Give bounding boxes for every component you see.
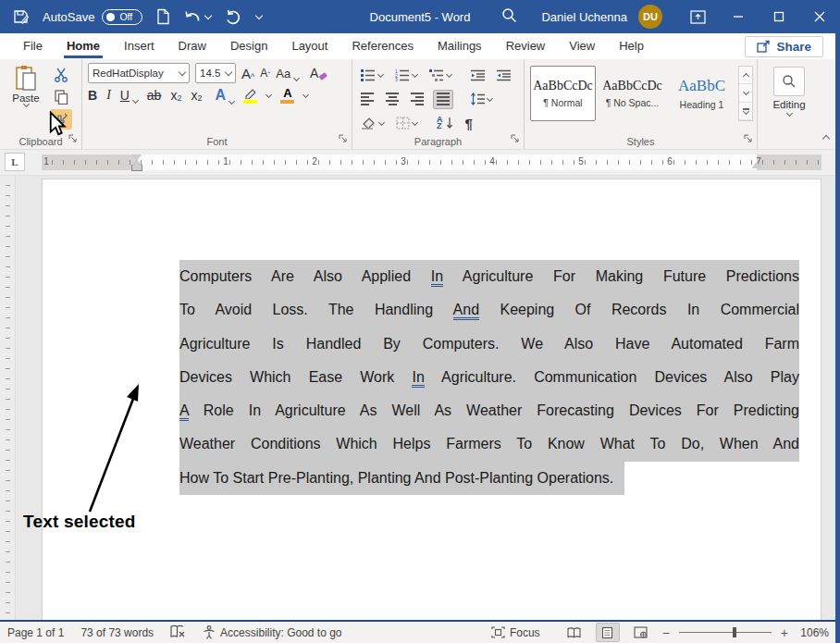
highlight-color-button[interactable] [243,88,257,104]
share-button[interactable]: Share [745,36,823,57]
text-effects-button[interactable]: A [215,87,234,104]
vertical-ruler[interactable] [0,176,16,622]
avatar[interactable]: DU [638,5,662,29]
style-heading-1[interactable]: AaBbCHeading 1 [669,66,735,121]
document-line-5[interactable]: A Role In Agriculture As Well As Weather… [179,394,799,427]
paste-button[interactable]: Paste [6,63,46,130]
font-name-combo[interactable]: RedHatDisplay [88,63,190,83]
styles-scroll-up-icon[interactable] [739,67,752,84]
zoom-slider-thumb[interactable] [733,627,736,637]
collapse-ribbon-icon[interactable] [823,129,829,145]
grow-font-button[interactable]: A^ [241,66,254,81]
indent-marker-left[interactable] [132,155,142,170]
show-hide-marks-button[interactable]: ¶ [463,114,476,133]
copy-button[interactable] [50,87,72,107]
save-icon[interactable] [13,8,30,25]
tab-view[interactable]: View [557,34,607,58]
tab-layout[interactable]: Layout [279,34,340,58]
document-line-3[interactable]: Agriculture Is Handled By Computers. We … [179,328,799,361]
document-line-2[interactable]: To Avoid Loss. The Handling And Keeping … [179,293,799,327]
print-layout-button[interactable] [596,623,620,642]
zoom-out-button[interactable]: − [662,625,670,640]
minimize-button[interactable] [718,0,759,33]
paragraph-dialog-launcher[interactable] [511,130,520,147]
read-mode-button[interactable] [562,623,587,642]
tab-review[interactable]: Review [494,34,558,58]
change-case-button[interactable]: Aa [276,66,299,80]
document-line-7[interactable]: How To Start Pre-Planting, Planting And … [179,462,799,495]
document-page[interactable]: Computers Are Also Applied In Agricultur… [42,179,821,622]
tab-selector[interactable]: L [5,153,25,171]
tab-insert[interactable]: Insert [112,34,167,58]
cut-button[interactable] [50,65,72,85]
font-color-chevron-icon[interactable] [303,91,309,97]
line-spacing-button[interactable] [467,90,495,109]
align-right-button[interactable] [408,90,426,109]
clear-formatting-button[interactable]: A [310,66,327,80]
borders-button[interactable] [393,114,420,133]
autosave-switch[interactable]: Off [102,9,142,25]
editing-button[interactable]: Editing [763,63,815,116]
underline-chevron-icon[interactable] [132,97,139,104]
maximize-button[interactable] [759,0,799,33]
align-left-button[interactable] [358,90,377,109]
strikethrough-button[interactable]: ab [147,88,162,103]
bullets-button[interactable] [358,66,386,85]
font-dialog-launcher[interactable] [339,130,348,147]
tab-mailings[interactable]: Mailings [426,34,494,58]
styles-more-icon[interactable] [739,103,752,120]
indent-marker-right[interactable] [752,162,761,168]
clipboard-dialog-launcher[interactable] [68,130,78,147]
undo-button[interactable] [183,8,211,25]
document-line-6[interactable]: Weather Conditions Which Helps Farmers T… [179,427,799,461]
new-document-icon[interactable] [155,8,170,25]
superscript-button[interactable]: x2 [191,88,202,103]
document-line-4[interactable]: Devices Which Ease Work In Agriculture. … [179,361,799,394]
tab-file[interactable]: File [11,34,55,58]
focus-button[interactable]: Focus [491,626,540,639]
document-line-1[interactable]: Computers Are Also Applied In Agricultur… [179,260,799,293]
highlight-chevron-icon[interactable] [266,91,272,97]
subscript-button[interactable]: x2 [170,88,181,103]
close-button[interactable] [799,0,840,33]
zoom-in-button[interactable]: + [781,625,788,640]
proofing-icon[interactable] [170,624,186,641]
shrink-font-button[interactable]: Aˇ [260,67,270,80]
redo-button[interactable] [224,8,241,25]
word-count[interactable]: 73 of 73 words [80,626,154,639]
align-center-button[interactable] [383,90,401,109]
tab-design[interactable]: Design [218,34,279,58]
bold-button[interactable]: B [88,88,97,103]
styles-dialog-launcher[interactable] [744,130,753,147]
autosave-toggle[interactable]: AutoSave Off [43,9,142,25]
styles-scroll-down-icon[interactable] [739,84,752,102]
tab-draw[interactable]: Draw [167,34,218,58]
document-text[interactable]: Computers Are Also Applied In Agricultur… [179,260,799,495]
multilevel-list-button[interactable] [426,66,454,85]
style--no-spac-[interactable]: AaBbCcDc¶ No Spac... [599,66,665,121]
font-size-combo[interactable]: 14.5 [195,63,236,83]
zoom-level[interactable]: 106% [797,626,829,639]
tab-home[interactable]: Home [55,34,112,58]
accessibility-status[interactable]: Accessibility: Good to go [203,625,341,639]
search-icon[interactable] [477,7,541,26]
zoom-slider[interactable] [679,632,772,633]
sort-button[interactable]: AZ [434,114,456,133]
justify-button[interactable] [433,90,453,109]
ribbon-display-options-icon[interactable] [677,0,718,33]
underline-button[interactable]: U [120,88,138,103]
decrease-indent-button[interactable] [468,66,488,85]
horizontal-ruler[interactable]: 11234567 [42,155,821,170]
shading-button[interactable] [358,114,387,133]
style--normal[interactable]: AaBbCcDc¶ Normal [530,66,596,121]
italic-button[interactable]: I [106,88,111,103]
tab-help[interactable]: Help [607,34,656,58]
customize-qat-chevron-icon[interactable] [255,11,263,19]
user-name[interactable]: Daniel Uchenna [541,10,627,24]
undo-chevron-icon[interactable] [204,11,212,19]
increase-indent-button[interactable] [494,66,513,85]
web-layout-button[interactable] [629,623,653,642]
page-indicator[interactable]: Page 1 of 1 [7,626,64,639]
font-color-button[interactable]: A [280,87,294,104]
numbering-button[interactable]: 123 [392,66,420,85]
